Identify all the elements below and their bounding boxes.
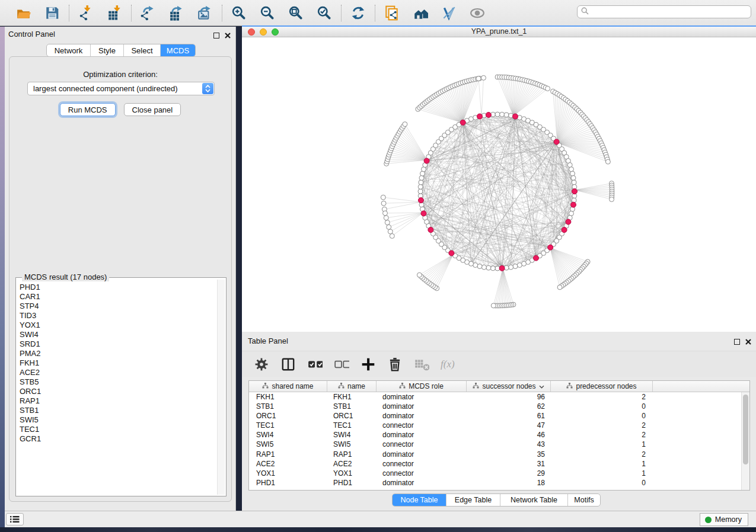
tab-mcds[interactable]: MCDS (161, 44, 195, 56)
save-icon[interactable] (44, 5, 60, 21)
export-image-icon[interactable] (197, 5, 213, 21)
tab-style[interactable]: Style (91, 44, 124, 56)
mcds-result-item[interactable]: GCR1 (17, 434, 216, 444)
table-row[interactable]: ORC1ORC1dominator610 (249, 411, 741, 421)
hide-vizmap-icon[interactable] (441, 5, 457, 21)
network-graph[interactable] (242, 38, 756, 332)
minimize-window-icon[interactable] (260, 28, 267, 36)
close-table-panel-icon[interactable] (745, 336, 751, 347)
table-panel-tabs: Node TableEdge TableNetwork TableMotifs (392, 493, 601, 507)
mcds-result-item[interactable]: STB5 (17, 377, 216, 387)
table-row[interactable]: SWI5SWI5connector431 (249, 440, 741, 449)
column-header-predecessor-nodes[interactable]: predecessor nodes (551, 381, 653, 392)
tab-node-table[interactable]: Node Table (393, 494, 446, 506)
mcds-result-item[interactable]: SWI4 (17, 330, 216, 339)
mcds-result-item[interactable]: STP4 (17, 302, 216, 311)
column-header-successor-nodes[interactable]: successor nodes (467, 381, 551, 392)
column-header-shared-name[interactable]: shared name (249, 381, 327, 392)
deselect-all-rows-icon[interactable] (334, 357, 349, 372)
mcds-result-item[interactable]: PHD1 (17, 283, 216, 292)
select-all-rows-icon[interactable] (307, 357, 323, 372)
close-window-icon[interactable] (248, 28, 255, 36)
tab-network-table[interactable]: Network Table (500, 494, 568, 506)
column-header-name[interactable]: name (327, 381, 377, 392)
cell-predecessor-nodes: 1 (551, 459, 653, 469)
zoom-out-icon[interactable] (259, 5, 276, 21)
refresh-icon[interactable] (350, 5, 366, 21)
zoom-fit-icon[interactable] (288, 5, 304, 21)
search-input[interactable] (591, 8, 751, 16)
table-panel: Table Panel f(x) shared namenameMCDS rol… (242, 332, 756, 511)
first-neighbors-icon[interactable] (412, 5, 429, 21)
table-row[interactable]: STB1STB1dominator620 (249, 402, 741, 411)
run-mcds-button[interactable]: Run MCDS (60, 103, 116, 116)
import-network-icon[interactable] (78, 5, 94, 21)
task-history-button[interactable] (6, 513, 24, 525)
table-row[interactable]: RAP1RAP1dominator352 (249, 450, 741, 459)
mcds-result-item[interactable]: ACE2 (17, 368, 216, 377)
cell-shared-name: ORC1 (249, 411, 327, 421)
mcds-list-scrollbar[interactable] (217, 280, 225, 495)
float-panel-icon[interactable] (213, 33, 219, 39)
tab-edge-table[interactable]: Edge Table (446, 494, 500, 506)
cell-shared-name: STB1 (249, 402, 327, 411)
close-panel-icon[interactable] (225, 30, 231, 41)
mcds-result-item[interactable]: SRD1 (17, 339, 216, 349)
mcds-result-item[interactable]: RAP1 (17, 396, 216, 406)
tab-select[interactable]: Select (124, 44, 161, 56)
column-header-MCDS-role[interactable]: MCDS role (377, 381, 467, 392)
delete-table-icon[interactable] (414, 357, 429, 372)
cell-shared-name: YOX1 (249, 469, 327, 478)
search-box[interactable] (577, 5, 751, 18)
tab-network[interactable]: Network (47, 44, 91, 56)
mcds-result-item[interactable]: STB1 (17, 406, 216, 415)
table-row[interactable]: PHD1PHD1dominator180 (249, 478, 741, 488)
float-table-panel-icon[interactable] (734, 339, 740, 345)
memory-button[interactable]: Memory (700, 513, 748, 526)
import-table-icon[interactable] (106, 5, 123, 21)
cell-shared-name: SWI5 (249, 440, 327, 449)
table-scrollbar[interactable] (741, 392, 749, 490)
mcds-result-item[interactable]: TEC1 (17, 425, 216, 434)
toolbar-group (132, 5, 222, 21)
tab-motifs[interactable]: Motifs (568, 494, 600, 506)
mcds-result-item[interactable]: FKH1 (17, 358, 216, 368)
status-bar: Memory (0, 511, 756, 527)
add-row-icon[interactable] (361, 357, 376, 372)
table-row[interactable]: TEC1TEC1connector472 (249, 421, 741, 430)
export-network-icon[interactable] (140, 5, 157, 21)
mcds-result-item[interactable]: YOX1 (17, 321, 216, 330)
zoom-selected-icon[interactable] (316, 5, 333, 21)
mcds-result-item[interactable]: PMA2 (17, 349, 216, 358)
network-from-clipboard-icon[interactable] (384, 5, 400, 21)
zoom-in-icon[interactable] (231, 5, 247, 21)
sitemap-icon (473, 382, 479, 390)
mcds-result-item[interactable]: TID3 (17, 311, 216, 321)
mcds-result-item[interactable]: SWI5 (17, 415, 216, 425)
network-canvas[interactable] (242, 38, 756, 332)
cell-predecessor-nodes: 1 (551, 440, 653, 449)
table-row[interactable]: FKH1FKH1dominator962 (249, 392, 741, 402)
export-table-icon[interactable] (168, 5, 185, 21)
visibility-icon[interactable] (469, 5, 486, 21)
mcds-result-item[interactable]: CAR1 (17, 292, 216, 302)
table-row[interactable]: SWI4SWI4dominator462 (249, 430, 741, 440)
optimization-select[interactable]: largest connected component (undirected) (27, 82, 215, 95)
cell-name: RAP1 (327, 450, 377, 459)
maximize-window-icon[interactable] (272, 28, 279, 36)
function-builder-icon[interactable]: f(x) (441, 358, 455, 370)
cell-mcds-role: dominator (377, 430, 467, 440)
cell-successor-nodes: 47 (467, 421, 551, 430)
mcds-result-item[interactable]: ORC1 (17, 387, 216, 396)
network-window-titlebar[interactable]: YPA_prune.txt_1 (242, 27, 756, 37)
cell-predecessor-nodes: 2 (551, 450, 653, 459)
cell-mcds-role: dominator (377, 402, 467, 411)
show-columns-icon[interactable] (280, 357, 296, 372)
table-row[interactable]: ACE2ACE2connector311 (249, 459, 741, 469)
table-row[interactable]: YOX1YOX1connector291 (249, 469, 741, 478)
open-folder-icon[interactable] (15, 5, 32, 21)
table-scrollbar-thumb[interactable] (743, 395, 748, 464)
settings-gear-icon[interactable] (254, 357, 269, 372)
close-panel-button[interactable]: Close panel (124, 103, 181, 116)
delete-selected-rows-icon[interactable] (387, 357, 403, 372)
